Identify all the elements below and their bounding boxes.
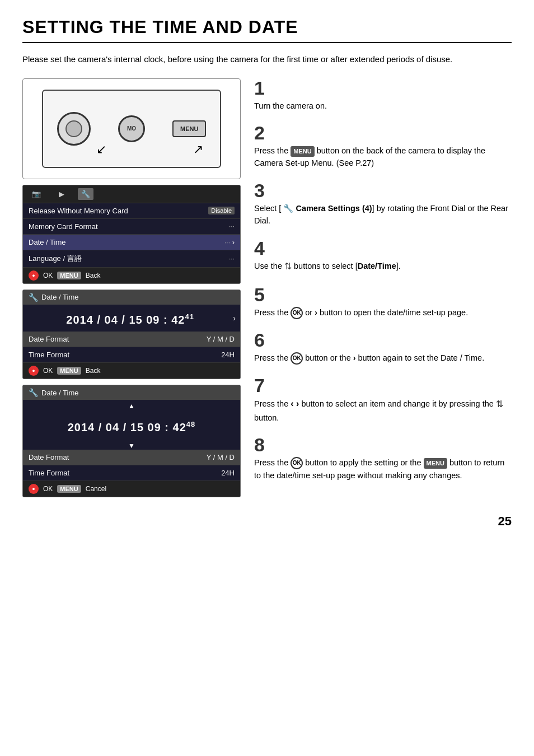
tab-playback[interactable]: ▶ bbox=[54, 188, 69, 200]
dt-menu-badge-1: MENU bbox=[57, 367, 81, 375]
step-num-6: 6 bbox=[254, 330, 512, 349]
dt-time-format-row-1: Time Format 24H bbox=[23, 347, 240, 363]
intro-text: Please set the camera's internal clock, … bbox=[22, 53, 512, 66]
step2-after: button on the back of the camera to disp… bbox=[254, 146, 485, 167]
date-format-value-2: Y / M / D bbox=[207, 453, 235, 461]
menu-row-datetime[interactable]: Date / Time ··· › bbox=[23, 235, 240, 250]
camera-body: MO MENU ↙ ↗ bbox=[42, 90, 221, 168]
time-format-label-1: Time Format bbox=[29, 351, 69, 359]
camera-dial-mo: MO bbox=[118, 115, 145, 142]
dt-nav-arrow-1[interactable]: › bbox=[233, 314, 236, 323]
ok-badge-dt2: ● bbox=[29, 484, 39, 494]
step-text-7: Press the ‹ › button to select an item a… bbox=[254, 397, 512, 424]
dt-format-row-1: Date Format Y / M / D bbox=[23, 332, 240, 347]
menu-row-datetime-value: ··· › bbox=[224, 238, 235, 246]
ok-badge-1: ● bbox=[29, 270, 39, 281]
step-text-1: Turn the camera on. bbox=[254, 100, 512, 112]
menu-row-release-label: Release Without Memory Card bbox=[29, 207, 128, 215]
settings-icon-1: 🔧 bbox=[29, 293, 38, 302]
datetime-screen-1: 🔧 Date / Time 2014 / 04 / 15 09 : 4241 ›… bbox=[22, 290, 241, 380]
menu-inline-icon-8: MENU bbox=[424, 458, 447, 469]
tab-camera[interactable]: 📷 bbox=[27, 188, 45, 200]
menu-row-release-value: Disable bbox=[208, 207, 235, 214]
date-format-label-2: Date Format bbox=[29, 453, 69, 461]
step-text-5: Press the OK or › button to open the dat… bbox=[254, 306, 512, 319]
step-text-4: Use the ⇅ buttons to select [Date/Time]. bbox=[254, 260, 512, 274]
dt-display-row-1: 2014 / 04 / 15 09 : 4241 › bbox=[23, 305, 240, 332]
step-2: 2 Press the MENU button on the back of t… bbox=[254, 123, 512, 170]
footer-ok-label-1: OK bbox=[43, 272, 53, 279]
footer-back-label-1: Back bbox=[86, 272, 101, 279]
step-3: 3 Select [ 🔧 Camera Settings (4)] by rot… bbox=[254, 181, 512, 227]
date-format-value-1: Y / M / D bbox=[207, 335, 235, 343]
dt-menu-badge-2: MENU bbox=[57, 485, 81, 493]
camera-menu-button: MENU bbox=[172, 120, 206, 137]
step-num-3: 3 bbox=[254, 181, 512, 200]
camera-diagram: MO MENU ↙ ↗ bbox=[22, 78, 241, 179]
ok-badge-dt1: ● bbox=[29, 366, 39, 376]
datetime-screen-2: 🔧 Date / Time ▲ 2014 / 04 / 15 09 : 4248… bbox=[22, 385, 241, 497]
step-num-7: 7 bbox=[254, 376, 512, 395]
menu-footer-1: ● OK MENU Back bbox=[23, 268, 240, 283]
menu-inline-icon-2: MENU bbox=[291, 146, 314, 157]
step-num-2: 2 bbox=[254, 123, 512, 142]
step-text-6: Press the OK button or the › button agai… bbox=[254, 352, 512, 365]
dt-header-1: 🔧 Date / Time bbox=[23, 290, 240, 305]
page-number: 25 bbox=[22, 514, 512, 529]
step2-before: Press the bbox=[254, 146, 288, 155]
updown-icon-7: ⇅ bbox=[496, 398, 503, 412]
menu-screen-1: 📷 ▶ 🔧 Release Without Memory Card Disabl… bbox=[22, 185, 241, 284]
arrow-right-icon: ↗ bbox=[193, 142, 203, 157]
step-4: 4 Use the ⇅ buttons to select [Date/Time… bbox=[254, 239, 512, 274]
step-num-5: 5 bbox=[254, 285, 512, 304]
lr-arrows-icon-7: ‹ › bbox=[291, 399, 299, 408]
camera-lens-inner bbox=[65, 120, 82, 137]
chevron-right-icon-5: › bbox=[315, 307, 317, 319]
time-format-value-1: 24H bbox=[221, 351, 235, 359]
menu-row-language-label: Language / 言語 bbox=[29, 254, 82, 264]
main-content: MO MENU ↙ ↗ 📷 ▶ 🔧 Release Without Memory… bbox=[22, 78, 512, 503]
dt-up-area: ▲ 2014 / 04 / 15 09 : 4248 ▼ bbox=[23, 400, 240, 450]
step-7: 7 Press the ‹ › button to select an item… bbox=[254, 376, 512, 424]
down-arrow-icon: ▼ bbox=[29, 440, 235, 450]
camera-lens bbox=[57, 112, 91, 146]
time-format-value-2: 24H bbox=[221, 469, 235, 477]
menu-row-language: Language / 言語 ··· bbox=[23, 250, 240, 268]
date-format-label-1: Date Format bbox=[29, 335, 69, 343]
step-6: 6 Press the OK button or the › button ag… bbox=[254, 330, 512, 365]
dt-footer-ok-1: OK bbox=[43, 367, 53, 375]
chevron-right-icon-6: › bbox=[353, 352, 356, 365]
tab-settings[interactable]: 🔧 bbox=[78, 188, 93, 200]
dt-footer-ok-2: OK bbox=[43, 485, 53, 493]
step-num-1: 1 bbox=[254, 78, 512, 97]
page-title: SETTING THE TIME AND DATE bbox=[22, 17, 512, 43]
menu-badge-1: MENU bbox=[57, 272, 81, 279]
step-num-8: 8 bbox=[254, 435, 512, 454]
step-text-8: Press the OK button to apply the setting… bbox=[254, 456, 512, 482]
dt-footer-back-1: Back bbox=[86, 367, 101, 375]
arrow-left-icon: ↙ bbox=[96, 142, 106, 157]
dt-footer-cancel: Cancel bbox=[86, 485, 106, 493]
right-column: 1 Turn the camera on. 2 Press the MENU b… bbox=[254, 78, 512, 493]
dt-footer-1: ● OK MENU Back bbox=[23, 363, 240, 379]
menu-header-1: 📷 ▶ 🔧 bbox=[23, 185, 240, 203]
dt-header-2: 🔧 Date / Time bbox=[23, 385, 240, 400]
step4-before: Use the bbox=[254, 262, 284, 270]
dt-format-row-2: Date Format Y / M / D bbox=[23, 450, 240, 465]
menu-row-format-value: ··· bbox=[229, 222, 235, 230]
dt-seconds-1: 41 bbox=[185, 312, 194, 321]
menu-row-datetime-label: Date / Time bbox=[29, 238, 65, 246]
ok-circle-icon-6: OK bbox=[291, 352, 303, 365]
step-5: 5 Press the OK or › button to open the d… bbox=[254, 285, 512, 319]
dt-footer-2: ● OK MENU Cancel bbox=[23, 481, 240, 497]
ok-circle-icon-8: OK bbox=[291, 457, 303, 469]
time-format-label-2: Time Format bbox=[29, 469, 69, 477]
dt-time-format-row-2: Time Format 24H bbox=[23, 465, 240, 481]
left-column: MO MENU ↙ ↗ 📷 ▶ 🔧 Release Without Memory… bbox=[22, 78, 241, 503]
dt-value-1: 2014 / 04 / 15 09 : 42 bbox=[66, 313, 185, 325]
dt-title-1: Date / Time bbox=[41, 293, 78, 301]
updown-icon-4: ⇅ bbox=[284, 260, 292, 274]
menu-row-release: Release Without Memory Card Disable bbox=[23, 203, 240, 219]
dt-time-wrapper-1: 2014 / 04 / 15 09 : 4241 bbox=[27, 305, 233, 332]
menu-row-language-value: ··· bbox=[229, 255, 235, 263]
